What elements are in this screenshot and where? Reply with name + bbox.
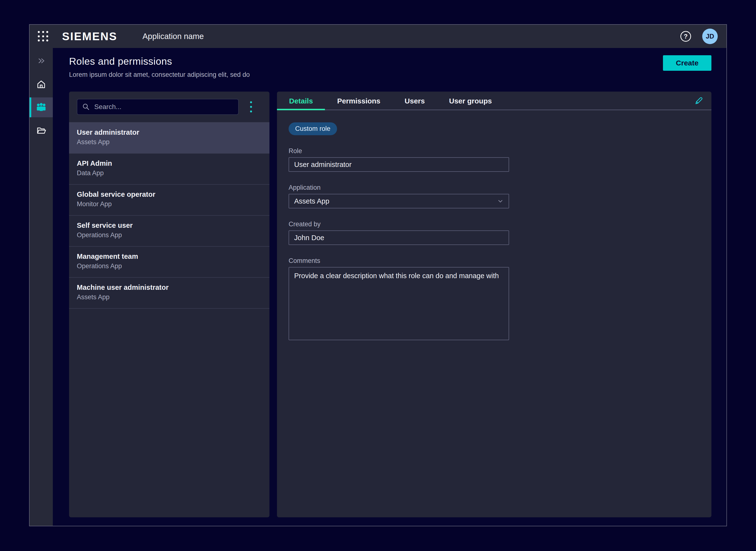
search-row bbox=[69, 92, 269, 123]
comments-label: Comments bbox=[288, 257, 700, 264]
tab-bar: Details Permissions Users User groups bbox=[277, 92, 711, 110]
roles-list-panel: User administrator Assets App API Admin … bbox=[69, 92, 269, 517]
comments-field-group: Comments Provide a clear description wha… bbox=[288, 257, 700, 340]
role-label: Role bbox=[288, 147, 700, 155]
tab-user-groups[interactable]: User groups bbox=[437, 92, 504, 110]
list-item[interactable]: Machine user administrator Assets App bbox=[69, 278, 269, 309]
sidebar-item-projects[interactable] bbox=[30, 121, 53, 140]
search-icon bbox=[82, 103, 90, 111]
sidebar-item-home[interactable] bbox=[30, 74, 53, 94]
app-launcher-icon[interactable] bbox=[38, 31, 48, 42]
kebab-menu-icon[interactable] bbox=[246, 100, 256, 114]
siemens-logo: SIEMENS bbox=[62, 30, 117, 43]
main-content: Roles and permissions Lorem ipsum dolor … bbox=[53, 48, 726, 526]
roles-list: User administrator Assets App API Admin … bbox=[69, 123, 269, 517]
role-name: Management team bbox=[77, 252, 263, 260]
double-chevron-right-icon bbox=[36, 56, 46, 66]
sidebar-item-roles[interactable] bbox=[30, 97, 53, 117]
comments-textarea[interactable]: Provide a clear description what this ro… bbox=[288, 267, 509, 340]
custom-role-badge: Custom role bbox=[288, 122, 337, 135]
app-window: SIEMENS Application name ? JD bbox=[29, 24, 727, 526]
pencil-icon bbox=[694, 95, 704, 106]
help-icon[interactable]: ? bbox=[680, 31, 691, 42]
role-app: Operations App bbox=[77, 231, 263, 239]
created-by-field-group: Created by bbox=[288, 220, 700, 245]
panels-row: User administrator Assets App API Admin … bbox=[69, 92, 711, 526]
details-form: Custom role Role Application bbox=[277, 110, 711, 517]
folder-icon bbox=[36, 125, 47, 136]
list-item[interactable]: Self service user Operations App bbox=[69, 216, 269, 247]
search-input[interactable] bbox=[94, 103, 233, 111]
application-select-value[interactable] bbox=[288, 194, 509, 208]
application-name: Application name bbox=[142, 32, 204, 41]
create-button[interactable]: Create bbox=[663, 55, 711, 71]
tab-details[interactable]: Details bbox=[277, 92, 325, 110]
role-app: Data App bbox=[77, 169, 263, 177]
page-title: Roles and permissions bbox=[69, 56, 711, 67]
sidebar-expand-button[interactable] bbox=[30, 51, 53, 71]
page-header: Roles and permissions Lorem ipsum dolor … bbox=[69, 48, 711, 92]
page-subtitle: Lorem ipsum dolor sit amet, consectetur … bbox=[69, 71, 711, 78]
edit-button[interactable] bbox=[693, 94, 705, 107]
list-item[interactable]: User administrator Assets App bbox=[69, 123, 269, 154]
user-group-icon bbox=[36, 102, 47, 113]
list-item[interactable]: Global service operator Monitor App bbox=[69, 185, 269, 216]
home-icon bbox=[36, 79, 47, 89]
list-item[interactable]: API Admin Data App bbox=[69, 154, 269, 185]
role-name: User administrator bbox=[77, 128, 263, 136]
application-select[interactable] bbox=[288, 194, 509, 208]
role-name: API Admin bbox=[77, 159, 263, 167]
role-app: Assets App bbox=[77, 138, 263, 146]
role-name: Machine user administrator bbox=[77, 284, 263, 292]
application-field-group: Application bbox=[288, 184, 700, 208]
role-input[interactable] bbox=[288, 157, 509, 172]
role-app: Operations App bbox=[77, 262, 263, 270]
role-app: Assets App bbox=[77, 294, 263, 301]
role-field-group: Role bbox=[288, 147, 700, 172]
tab-permissions[interactable]: Permissions bbox=[325, 92, 392, 110]
list-item[interactable]: Management team Operations App bbox=[69, 247, 269, 278]
avatar[interactable]: JD bbox=[702, 29, 718, 44]
screenshot-root: SIEMENS Application name ? JD bbox=[0, 0, 756, 551]
top-bar: SIEMENS Application name ? JD bbox=[30, 25, 726, 48]
role-name: Self service user bbox=[77, 221, 263, 229]
role-name: Global service operator bbox=[77, 190, 263, 198]
search-box[interactable] bbox=[77, 99, 239, 115]
tab-users[interactable]: Users bbox=[393, 92, 437, 110]
created-by-label: Created by bbox=[288, 220, 700, 228]
role-app: Monitor App bbox=[77, 200, 263, 208]
body-row: Roles and permissions Lorem ipsum dolor … bbox=[30, 48, 726, 526]
details-panel: Details Permissions Users User groups bbox=[277, 92, 711, 517]
created-by-input[interactable] bbox=[288, 230, 509, 245]
application-label: Application bbox=[288, 184, 700, 191]
sidebar bbox=[30, 48, 53, 526]
